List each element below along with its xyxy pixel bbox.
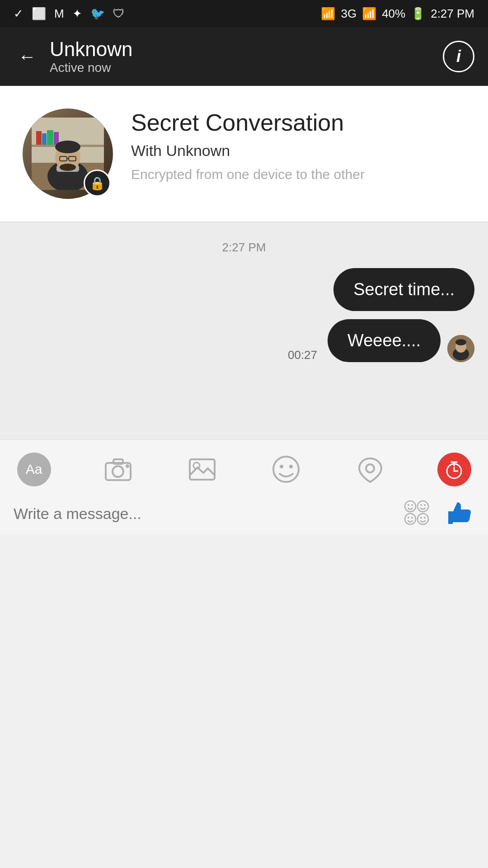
secret-title: Secret Conversation <box>131 108 470 137</box>
lock-badge: 🔒 <box>84 170 111 197</box>
svg-point-38 <box>420 504 422 506</box>
signal-icon: 📶 <box>362 7 376 21</box>
image-button[interactable] <box>182 449 222 490</box>
secret-with: With Unknown <box>131 142 470 160</box>
message-input[interactable] <box>14 500 394 527</box>
svg-point-10 <box>55 141 80 153</box>
message-bubble-1: Secret time... <box>333 268 474 311</box>
avatar-container: 🔒 <box>23 108 113 199</box>
other-user-avatar <box>447 335 474 362</box>
time-label: 2:27 PM <box>431 7 474 21</box>
svg-point-42 <box>411 517 413 519</box>
battery-label: 40% <box>382 7 405 21</box>
input-row <box>14 498 474 529</box>
svg-point-20 <box>113 466 123 477</box>
info-button[interactable]: i <box>443 41 474 72</box>
svg-point-28 <box>366 464 374 472</box>
camera-button[interactable] <box>98 449 138 490</box>
lock-icon: 🔒 <box>89 176 105 191</box>
contact-name: Unknown <box>50 38 443 61</box>
svg-point-14 <box>60 164 76 171</box>
svg-rect-23 <box>190 459 215 480</box>
svg-point-43 <box>418 514 428 524</box>
wifi-icon: 📶 <box>321 7 335 21</box>
app-bar: ← Unknown Active now i <box>0 27 488 86</box>
svg-point-45 <box>424 517 426 519</box>
keyboard-button[interactable]: Aa <box>14 449 54 490</box>
twitter-icon: 🐦 <box>90 7 105 21</box>
emoji-button[interactable] <box>266 449 306 490</box>
aa-icon: Aa <box>17 453 51 486</box>
svg-point-27 <box>289 465 293 468</box>
svg-rect-4 <box>42 133 47 145</box>
svg-point-25 <box>273 457 299 482</box>
location-button[interactable] <box>350 449 390 490</box>
back-arrow-icon: ← <box>18 47 36 67</box>
status-bar: ✓ ⬜ M ✦ 🐦 🛡 📶 3G 📶 40% 🔋 2:27 PM <box>0 0 488 27</box>
status-right: 📶 3G 📶 40% 🔋 2:27 PM <box>321 7 474 21</box>
battery-icon: 🔋 <box>411 7 425 21</box>
secret-conversation-banner: 🔒 Secret Conversation With Unknown Encry… <box>0 86 488 222</box>
message-bubble-2: Weeee.... <box>328 319 441 362</box>
svg-point-34 <box>405 501 416 512</box>
chat-area: 🔒 Secret Conversation With Unknown Encry… <box>0 86 488 439</box>
svg-point-40 <box>405 514 416 524</box>
svg-rect-6 <box>54 132 59 145</box>
network-label: 3G <box>341 7 357 21</box>
message-timer: 00:27 <box>288 348 317 362</box>
message-timestamp: 2:27 PM <box>14 241 474 255</box>
secret-description: Encrypted from one device to the other <box>131 165 470 184</box>
pinwheel-icon: ✦ <box>72 7 82 21</box>
messages-area: 2:27 PM Secret time... 00:27 Weeee.... <box>0 222 488 439</box>
status-left: ✓ ⬜ M ✦ 🐦 🛡 <box>14 7 125 21</box>
svg-point-44 <box>420 517 422 519</box>
back-button[interactable]: ← <box>14 43 41 70</box>
message-row-2: 00:27 Weeee.... <box>288 319 474 362</box>
info-icon: i <box>456 47 461 66</box>
svg-rect-3 <box>36 131 42 145</box>
svg-rect-5 <box>47 130 53 145</box>
gmail-icon: M <box>54 7 64 21</box>
check-icon: ✓ <box>14 7 23 21</box>
thumbs-up-button[interactable] <box>445 498 474 529</box>
svg-rect-21 <box>113 459 123 464</box>
bottom-toolbar: Aa <box>0 439 488 534</box>
svg-point-18 <box>455 339 466 345</box>
svg-point-39 <box>424 504 426 506</box>
timer-button[interactable] <box>434 449 474 490</box>
secret-text-block: Secret Conversation With Unknown Encrypt… <box>131 108 470 184</box>
svg-point-26 <box>280 465 283 468</box>
toolbar-icons: Aa <box>14 449 474 490</box>
contact-status: Active now <box>50 61 443 75</box>
svg-point-36 <box>411 504 413 506</box>
timer-icon <box>437 453 471 486</box>
svg-point-22 <box>126 464 129 468</box>
svg-point-35 <box>408 504 409 506</box>
sticker-emoji-button[interactable] <box>403 499 436 528</box>
svg-point-41 <box>408 517 409 519</box>
screen-icon: ⬜ <box>32 7 46 21</box>
messages-list: Secret time... 00:27 Weeee.... <box>14 268 474 362</box>
contact-info: Unknown Active now <box>50 38 443 75</box>
svg-point-37 <box>418 501 428 512</box>
shield-icon: 🛡 <box>113 7 125 21</box>
